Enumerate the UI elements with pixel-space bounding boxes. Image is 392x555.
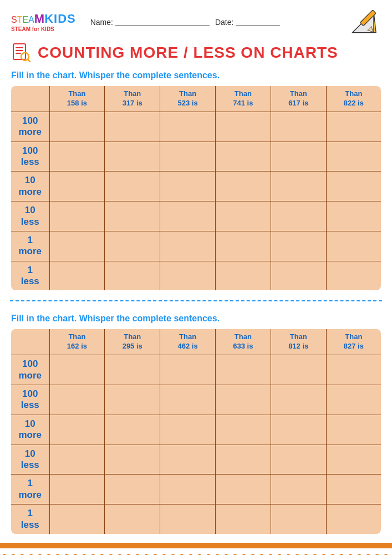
table-row: 100more	[11, 355, 381, 385]
footer-wave-icon	[0, 548, 392, 555]
cell	[49, 112, 105, 142]
name-date-area: Name: Date:	[85, 18, 339, 27]
cell	[326, 112, 381, 142]
logo-kids: KIDS	[44, 12, 76, 26]
cell	[215, 355, 271, 385]
svg-rect-4	[13, 44, 26, 59]
name-underline	[115, 18, 210, 26]
cell	[105, 355, 160, 385]
cell	[271, 201, 326, 231]
cell	[105, 415, 160, 445]
chart-table-2: Than162 is Than295 is Than462 is Than633…	[10, 328, 382, 534]
chart-table-1: Than158 is Than317 is Than523 is Than741…	[10, 85, 382, 291]
row-label: 100more	[11, 355, 49, 385]
cell	[326, 261, 381, 291]
svg-line-9	[28, 59, 30, 62]
cell	[105, 171, 160, 201]
cell	[160, 112, 216, 142]
empty-header	[11, 85, 49, 112]
logo: STEAM KIDS STEAM for KIDS	[11, 12, 76, 32]
cell	[215, 415, 271, 445]
cell	[271, 231, 326, 261]
empty-header-2	[11, 329, 49, 355]
cell	[215, 171, 271, 201]
row-label: 10less	[11, 445, 49, 475]
col-header-6: Than822 is	[326, 85, 381, 112]
cell	[105, 475, 160, 504]
logo-sub: STEAM for KIDS	[11, 26, 54, 32]
col2-header-2: Than295 is	[105, 329, 160, 355]
table-row: 10more	[11, 415, 381, 445]
cell	[271, 415, 326, 445]
row-label: 10less	[11, 201, 49, 231]
row-label: 1more	[11, 475, 49, 504]
cell	[49, 201, 105, 231]
svg-rect-7	[16, 53, 21, 54]
cell	[215, 142, 271, 171]
cell	[49, 475, 105, 504]
row-label: 100less	[11, 385, 49, 415]
cell	[160, 475, 216, 504]
cell	[326, 415, 381, 445]
cell	[49, 261, 105, 291]
table-row: 10more	[11, 171, 381, 201]
cell	[326, 445, 381, 475]
cell	[49, 385, 105, 415]
logo-m: M	[34, 12, 44, 26]
cell	[271, 385, 326, 415]
cell	[326, 142, 381, 171]
title-bar: COUNTING MORE / LESS ON CHARTS	[0, 41, 392, 67]
cell	[160, 355, 216, 385]
row-label: 100more	[11, 112, 49, 142]
cell	[271, 445, 326, 475]
date-underline	[236, 18, 280, 26]
footer: Download more at www.steamkids.net © 202…	[0, 543, 392, 555]
col2-header-4: Than633 is	[215, 329, 271, 355]
cell	[160, 201, 216, 231]
cell	[105, 231, 160, 261]
cell	[160, 415, 216, 445]
cell	[215, 504, 271, 534]
cell	[160, 142, 216, 171]
cell	[271, 504, 326, 534]
logo-s: S	[11, 15, 17, 25]
cell	[271, 112, 326, 142]
cell	[326, 385, 381, 415]
row-label: 1less	[11, 261, 49, 291]
cell	[160, 231, 216, 261]
cell	[326, 171, 381, 201]
cell	[271, 171, 326, 201]
cell	[215, 385, 271, 415]
instruction-2: Fill in the chart. Whisper the complete …	[0, 310, 392, 328]
row-label: 10more	[11, 415, 49, 445]
cell	[49, 231, 105, 261]
table-row: 10less	[11, 201, 381, 231]
col-header-5: Than617 is	[271, 85, 326, 112]
cell	[105, 504, 160, 534]
cell	[215, 112, 271, 142]
cell	[49, 142, 105, 171]
table-2-wrapper: Than162 is Than295 is Than462 is Than633…	[0, 328, 392, 534]
cell	[49, 445, 105, 475]
cell	[49, 415, 105, 445]
col-header-4: Than741 is	[215, 85, 271, 112]
col2-header-6: Than827 is	[326, 329, 381, 355]
logo-e: E	[22, 15, 28, 25]
cell	[271, 261, 326, 291]
cell	[326, 504, 381, 534]
cell	[105, 385, 160, 415]
cell	[49, 171, 105, 201]
worksheet-icon	[11, 43, 31, 63]
instruction-1: Fill in the chart. Whisper the complete …	[0, 67, 392, 85]
cell	[271, 355, 326, 385]
table-row: 100less	[11, 385, 381, 415]
name-label: Name:	[90, 18, 210, 27]
table-row: 100more	[11, 112, 381, 142]
svg-rect-6	[16, 50, 23, 51]
cell	[160, 504, 216, 534]
table-row: 1less	[11, 504, 381, 534]
cell	[215, 261, 271, 291]
cell	[49, 355, 105, 385]
cell	[105, 201, 160, 231]
cell	[271, 475, 326, 504]
